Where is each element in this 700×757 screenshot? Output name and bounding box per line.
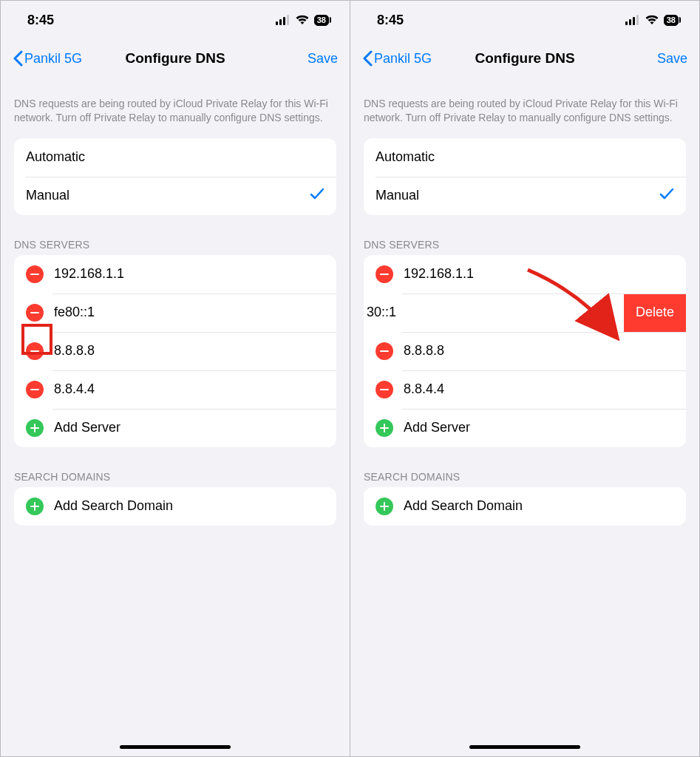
cellular-icon — [276, 15, 290, 25]
info-text: DNS requests are being routed by iCloud … — [1, 97, 350, 138]
mode-automatic[interactable]: Automatic — [14, 138, 336, 177]
dns-list: 192.168.1.1 30::1 Delete 8.8.8.8 8.8.4.4 — [364, 255, 686, 447]
dns-value: 8.8.4.4 — [404, 381, 674, 397]
status-bar: 8:45 38 — [350, 1, 699, 39]
dns-row-1[interactable]: fe80::1 — [14, 293, 336, 332]
mode-manual-label: Manual — [376, 188, 659, 203]
back-button[interactable]: Pankil 5G — [13, 50, 82, 67]
nav-bar: Pankil 5G Configure DNS Save — [1, 39, 350, 78]
nav-bar: Pankil 5G Configure DNS Save — [350, 39, 699, 78]
page-title: Configure DNS — [475, 50, 574, 67]
add-search-label: Add Search Domain — [54, 498, 324, 514]
wifi-icon — [645, 15, 659, 25]
screen-content: DNS requests are being routed by iCloud … — [1, 78, 350, 756]
add-search-domain-row[interactable]: Add Search Domain — [14, 487, 336, 526]
cellular-icon — [625, 15, 640, 25]
dns-row-0[interactable]: 192.168.1.1 — [364, 255, 686, 293]
home-indicator — [120, 745, 231, 749]
svg-rect-2 — [283, 17, 285, 25]
dns-row-3[interactable]: 8.8.4.4 — [14, 370, 336, 409]
dns-section-header: DNS SERVERS — [1, 228, 350, 255]
mode-manual[interactable]: Manual — [364, 177, 686, 215]
back-label: Pankil 5G — [374, 51, 432, 67]
status-bar: 8:45 38 — [1, 1, 350, 39]
add-icon[interactable] — [26, 419, 44, 437]
add-server-label: Add Server — [54, 420, 324, 435]
svg-rect-6 — [633, 17, 635, 25]
remove-icon[interactable] — [26, 304, 44, 322]
status-time: 8:45 — [377, 13, 404, 28]
dns-value-clipped: 30::1 — [364, 305, 624, 320]
save-button[interactable]: Save — [657, 51, 687, 67]
chevron-left-icon — [362, 50, 373, 67]
dns-value: 192.168.1.1 — [404, 266, 674, 282]
svg-rect-7 — [636, 15, 639, 25]
remove-icon[interactable] — [26, 342, 44, 360]
mode-automatic-label: Automatic — [26, 149, 324, 165]
dns-row-0[interactable]: 192.168.1.1 — [14, 255, 336, 293]
svg-rect-1 — [279, 19, 282, 25]
dns-value: 8.8.4.4 — [54, 381, 324, 397]
search-list: Add Search Domain — [364, 487, 686, 526]
add-server-row[interactable]: Add Server — [14, 409, 336, 447]
mode-manual-label: Manual — [26, 188, 310, 203]
svg-rect-4 — [625, 21, 628, 25]
add-icon[interactable] — [376, 419, 393, 437]
save-button[interactable]: Save — [307, 51, 338, 67]
search-section-header: SEARCH DOMAINS — [350, 461, 699, 487]
remove-icon[interactable] — [376, 265, 393, 283]
mode-automatic-label: Automatic — [376, 149, 674, 165]
dns-row-2[interactable]: 8.8.8.8 — [364, 332, 686, 370]
remove-icon[interactable] — [376, 342, 393, 360]
search-list: Add Search Domain — [14, 487, 336, 526]
dns-section-header: DNS SERVERS — [350, 228, 699, 255]
dns-row-3[interactable]: 8.8.4.4 — [364, 370, 686, 409]
phone-left: 8:45 38 Pankil 5G Configure DNS Save DNS… — [1, 1, 350, 756]
back-label: Pankil 5G — [24, 51, 82, 67]
delete-button[interactable]: Delete — [624, 293, 686, 332]
svg-rect-0 — [276, 21, 278, 25]
dns-value: 8.8.8.8 — [404, 343, 674, 359]
svg-rect-3 — [287, 15, 289, 25]
dns-value: 192.168.1.1 — [54, 266, 324, 282]
phone-right: 8:45 38 Pankil 5G Configure DNS Save DNS… — [350, 1, 699, 756]
mode-list: Automatic Manual — [364, 138, 686, 215]
search-section-header: SEARCH DOMAINS — [1, 461, 350, 487]
home-indicator — [469, 745, 580, 749]
dns-value: 8.8.8.8 — [54, 343, 324, 359]
page-title: Configure DNS — [125, 50, 225, 67]
dns-row-swiped[interactable]: 30::1 Delete — [364, 293, 686, 332]
screen-content: DNS requests are being routed by iCloud … — [350, 78, 699, 756]
info-text: DNS requests are being routed by iCloud … — [350, 97, 699, 138]
battery-icon: 38 — [314, 15, 329, 26]
add-server-row[interactable]: Add Server — [364, 409, 686, 447]
add-server-label: Add Server — [404, 420, 674, 435]
add-icon[interactable] — [376, 498, 393, 515]
battery-icon: 38 — [664, 15, 679, 26]
mode-list: Automatic Manual — [14, 138, 336, 215]
add-search-domain-row[interactable]: Add Search Domain — [364, 487, 686, 526]
dns-list: 192.168.1.1 fe80::1 8.8.8.8 8.8.4.4 Add … — [14, 255, 336, 447]
dns-value: fe80::1 — [54, 305, 324, 320]
status-icons: 38 — [276, 15, 329, 26]
svg-rect-5 — [629, 19, 631, 25]
wifi-icon — [295, 15, 310, 25]
remove-icon[interactable] — [376, 381, 393, 398]
checkmark-icon — [659, 187, 674, 204]
chevron-left-icon — [13, 50, 23, 67]
add-icon[interactable] — [26, 498, 44, 515]
remove-icon[interactable] — [26, 265, 44, 283]
remove-icon[interactable] — [26, 381, 44, 398]
status-time: 8:45 — [27, 13, 54, 28]
back-button[interactable]: Pankil 5G — [362, 50, 432, 67]
checkmark-icon — [310, 187, 324, 204]
dns-row-2[interactable]: 8.8.8.8 — [14, 332, 336, 370]
mode-manual[interactable]: Manual — [14, 177, 336, 215]
mode-automatic[interactable]: Automatic — [364, 138, 686, 177]
status-icons: 38 — [625, 15, 679, 26]


-search-label worm: Add Search Domain — [404, 498, 674, 514]
